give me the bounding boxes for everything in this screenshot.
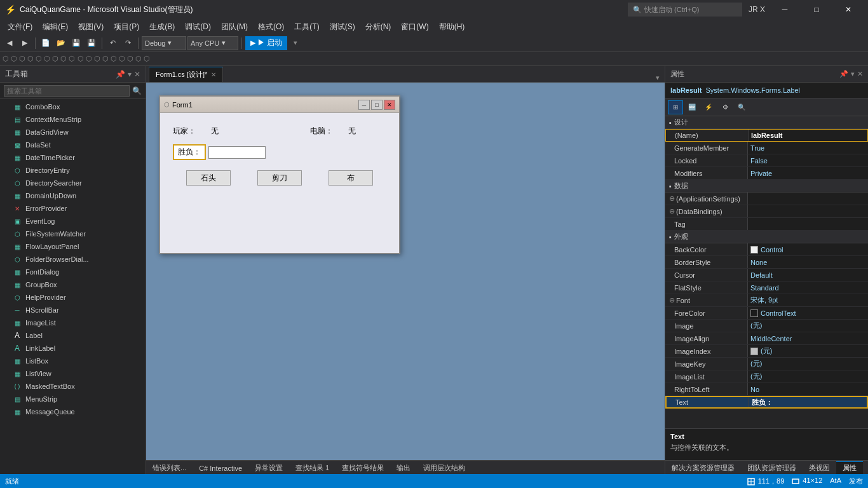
tab-overflow[interactable]: ▾ — [656, 74, 662, 82]
menu-build[interactable]: 生成(B) — [144, 20, 180, 34]
bottom-tab-csharpinteractive[interactable]: C# Interactive — [193, 461, 248, 474]
toolbox-search-input[interactable] — [4, 85, 130, 97]
quick-launch-search[interactable]: 🔍 快速启动 (Ctrl+Q) — [628, 3, 742, 17]
toolbar-save[interactable]: 💾 — [69, 36, 83, 50]
props-bottom-tab-solution[interactable]: 解决方案资源管理器 — [665, 461, 741, 474]
menu-debug[interactable]: 调试(D) — [180, 20, 216, 34]
props-row-applicationsettings[interactable]: ⊕(ApplicationSettings) — [665, 193, 868, 205]
designer-canvas[interactable]: ⬡ Form1 ─ □ ✕ 玩家： 无 电脑： 无 — [146, 83, 665, 460]
props-row-flatstyle[interactable]: FlatStyle Standard — [665, 281, 868, 294]
props-close-icon[interactable]: ✕ — [857, 70, 863, 78]
props-row-font[interactable]: ⊕Font 宋体, 9pt — [665, 294, 868, 307]
menu-format[interactable]: 格式(O) — [253, 20, 289, 34]
maximize-button[interactable]: □ — [802, 0, 831, 19]
props-section-appearance[interactable]: ▪ 外观 — [665, 231, 868, 243]
props-row-imagelist[interactable]: ImageList (无) — [665, 370, 868, 383]
toolbox-item-maskedtextbox[interactable]: ( ) MaskedTextBox — [0, 380, 146, 393]
toolbox-item-eventlog[interactable]: ▣ EventLog — [0, 215, 146, 227]
status-publish[interactable]: 发布 — [849, 477, 863, 486]
toolbox-item-flowlayoutpanel[interactable]: ▦ FlowLayoutPanel — [0, 240, 146, 253]
toolbox-item-menustrip[interactable]: ▤ MenuStrip — [0, 393, 146, 405]
toolbox-item-imagelist[interactable]: ▦ ImageList — [0, 316, 146, 329]
menu-view[interactable]: 视图(V) — [73, 20, 109, 34]
menu-analyze[interactable]: 分析(N) — [360, 20, 397, 34]
props-row-cursor[interactable]: Cursor Default — [665, 269, 868, 281]
props-property-button[interactable]: ⚙ — [717, 100, 733, 114]
platform-dropdown[interactable]: Any CPU ▾ — [187, 36, 238, 50]
form-maximize-button[interactable]: □ — [371, 100, 383, 110]
props-category-button[interactable]: ⊞ — [668, 100, 683, 114]
props-row-text[interactable]: Text 胜负： — [665, 396, 868, 409]
toolbox-item-combobox[interactable]: ▦ ComboBox — [0, 100, 146, 113]
props-row-modifiers[interactable]: Modifiers Private — [665, 167, 868, 180]
toolbar-new[interactable]: 📄 — [39, 36, 53, 50]
props-row-imagekey[interactable]: ImageKey (元) — [665, 358, 868, 370]
toolbox-item-listview[interactable]: ▦ ListView — [0, 367, 146, 380]
toolbar-open[interactable]: 📂 — [54, 36, 68, 50]
toolbar-undo[interactable]: ↶ — [105, 36, 119, 50]
menu-help[interactable]: 帮助(H) — [434, 20, 470, 34]
toolbar-redo[interactable]: ↷ — [121, 36, 135, 50]
toolbox-item-datetimepicker[interactable]: ▦ DateTimePicker — [0, 151, 146, 164]
props-row-tag[interactable]: Tag — [665, 218, 868, 231]
menu-team[interactable]: 团队(M) — [216, 20, 253, 34]
toolbox-item-domainupdown[interactable]: ▦ DomainUpDown — [0, 189, 146, 202]
props-bottom-tab-classview[interactable]: 类视图 — [803, 461, 836, 474]
toolbox-item-datagridview[interactable]: ▦ DataGridView — [0, 126, 146, 139]
toolbox-item-messagequeue[interactable]: ▦ MessageQueue — [0, 405, 146, 418]
rock-button[interactable]: 石头 — [186, 170, 231, 186]
menu-edit[interactable]: 编辑(E) — [37, 20, 73, 34]
minimize-button[interactable]: ─ — [770, 0, 799, 19]
toolbox-item-fontdialog[interactable]: ▦ FontDialog — [0, 266, 146, 278]
props-bottom-tab-properties[interactable]: 属性 — [836, 461, 863, 474]
bottom-tab-callhierarchy[interactable]: 调用层次结构 — [417, 461, 471, 474]
menu-project[interactable]: 项目(P) — [109, 20, 144, 34]
props-row-image[interactable]: Image (无) — [665, 320, 868, 332]
props-row-borderstyle[interactable]: BorderStyle None — [665, 256, 868, 269]
props-row-locked[interactable]: Locked False — [665, 154, 868, 167]
toolbox-item-contextmenustrip[interactable]: ▤ ContextMenuStrip — [0, 113, 146, 126]
scissors-button[interactable]: 剪刀 — [257, 170, 302, 186]
toolbox-item-dataset[interactable]: ▩ DataSet — [0, 139, 146, 151]
menu-file[interactable]: 文件(F) — [3, 20, 37, 34]
toolbar-save-all[interactable]: 💾 — [85, 36, 98, 50]
props-row-imagealign[interactable]: ImageAlign MiddleCenter — [665, 332, 868, 345]
bottom-tab-findresults1[interactable]: 查找结果 1 — [289, 461, 336, 474]
toolbar-forward[interactable]: ▶ — [18, 36, 32, 50]
toolbox-pin-icon[interactable]: 📌 — [116, 70, 125, 79]
props-alpha-button[interactable]: 🔤 — [684, 100, 700, 114]
tab-form1-designer[interactable]: Form1.cs [设计]* ✕ — [149, 67, 223, 82]
props-row-imageindex[interactable]: ImageIndex (元) — [665, 345, 868, 358]
props-search-button[interactable]: 🔍 — [734, 100, 749, 114]
bottom-tab-errorlist[interactable]: 错误列表... — [146, 461, 193, 474]
props-row-forecolor[interactable]: ForeColor ControlText — [665, 307, 868, 320]
close-button[interactable]: ✕ — [834, 0, 863, 19]
bottom-tab-exceptionsettings[interactable]: 异常设置 — [248, 461, 289, 474]
toolbox-item-folderbrowserdialog[interactable]: ⬡ FolderBrowserDial... — [0, 253, 146, 266]
props-row-righttoleft[interactable]: RightToLeft No — [665, 383, 868, 396]
props-settings-icon[interactable]: ▾ — [851, 70, 855, 78]
props-bottom-tab-team[interactable]: 团队资源管理器 — [741, 461, 803, 474]
toolbox-item-filesystemwatcher[interactable]: ⬡ FileSystemWatcher — [0, 227, 146, 240]
toolbox-item-groupbox[interactable]: ▦ GroupBox — [0, 278, 146, 291]
bottom-tab-output[interactable]: 输出 — [390, 461, 417, 474]
toolbox-close-icon[interactable]: ✕ — [134, 70, 140, 79]
start-button[interactable]: ▶ ▶ 启动 — [245, 36, 287, 50]
debug-config-dropdown[interactable]: Debug ▾ — [142, 36, 186, 50]
toolbox-item-helpprovider[interactable]: ⬡ HelpProvider — [0, 291, 146, 304]
props-row-name[interactable]: (Name) labResult — [665, 129, 868, 142]
result-textbox[interactable] — [208, 146, 266, 159]
form-minimize-button[interactable]: ─ — [358, 100, 370, 110]
props-row-backcolor[interactable]: BackColor Control — [665, 243, 868, 256]
form-close-button[interactable]: ✕ — [384, 100, 395, 110]
toolbox-settings-icon[interactable]: ▾ — [128, 70, 132, 79]
menu-tools[interactable]: 工具(T) — [289, 20, 324, 34]
cloth-button[interactable]: 布 — [329, 170, 373, 186]
props-row-generatemember[interactable]: GenerateMember True — [665, 142, 868, 154]
toolbox-item-directorysearcher[interactable]: ⬡ DirectorySearcher — [0, 177, 146, 189]
toolbox-item-linklabel[interactable]: A LinkLabel — [0, 342, 146, 355]
props-section-design[interactable]: ▪ 设计 — [665, 116, 868, 129]
props-section-data[interactable]: ▪ 数据 — [665, 180, 868, 193]
toolbox-item-directoryentry[interactable]: ⬡ DirectoryEntry — [0, 164, 146, 177]
toolbox-item-listbox[interactable]: ▦ ListBox — [0, 355, 146, 367]
